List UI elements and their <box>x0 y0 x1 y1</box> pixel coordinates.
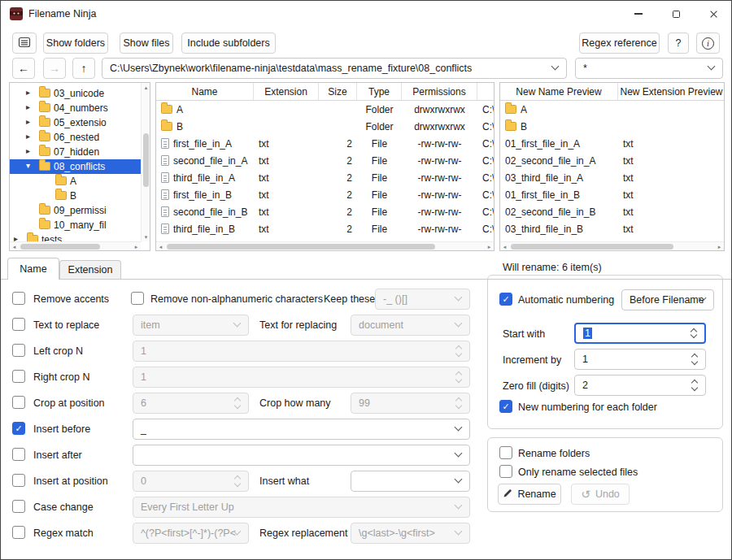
table-row[interactable]: first_file_in_B txt 2 File -rw-rw-rw- C:… <box>156 186 494 203</box>
per-folder-numbering-checkbox[interactable] <box>499 400 512 413</box>
collapsed-arrow-icon[interactable] <box>26 132 30 141</box>
table-row[interactable]: 03_third_file_in_B txt <box>500 220 724 237</box>
insert-after-checkbox[interactable] <box>12 448 25 461</box>
table-row[interactable]: second_file_in_B txt 2 File -rw-rw-rw- C… <box>156 203 494 220</box>
remove-non-alphanumeric-checkbox[interactable] <box>131 292 144 305</box>
rename-folders-checkbox[interactable] <box>499 446 512 459</box>
close-button[interactable] <box>695 1 732 27</box>
tree-item[interactable]: 05_extensio <box>10 115 150 130</box>
spin-down-icon[interactable] <box>234 480 241 487</box>
table-row[interactable]: A Folder drwxrwxrwx C:\ <box>156 101 494 118</box>
scrollbar-thumb[interactable] <box>167 244 435 250</box>
up-button[interactable] <box>72 58 95 79</box>
tree-horizontal-scrollbar[interactable] <box>10 241 141 250</box>
crop-at-position-spinbox[interactable]: 6 <box>133 393 249 414</box>
show-files-button[interactable]: Show files <box>120 33 173 54</box>
remove-accents-checkbox[interactable] <box>12 292 25 305</box>
preview-horizontal-scrollbar[interactable] <box>500 241 724 250</box>
collapsed-arrow-icon[interactable] <box>26 102 30 111</box>
increment-by-spinbox[interactable]: 1 <box>574 349 706 370</box>
keep-these-combobox[interactable]: -_ ()[] <box>375 289 470 310</box>
tree-vertical-scrollbar[interactable] <box>141 83 150 241</box>
table-row[interactable]: third_file_in_B txt 2 File -rw-rw-rw- C:… <box>156 220 494 237</box>
tree-item[interactable]: B <box>10 189 150 203</box>
spin-down-icon[interactable] <box>691 358 698 365</box>
tab-extension[interactable]: Extension <box>59 260 121 279</box>
case-change-combobox[interactable]: Every First Letter Up <box>133 497 470 518</box>
tree-item[interactable]: 09_permissi <box>10 203 150 218</box>
maximize-button[interactable] <box>657 1 695 27</box>
tab-name[interactable]: Name <box>7 258 59 280</box>
left-crop-checkbox[interactable] <box>12 344 25 357</box>
regex-match-combobox[interactable]: ^(?P<first>[^-]*)-(?P< <box>133 523 249 544</box>
text-to-replace-checkbox[interactable] <box>12 318 25 331</box>
spin-down-icon[interactable] <box>691 384 698 391</box>
menu-button[interactable] <box>12 33 37 54</box>
spin-down-icon[interactable] <box>234 402 241 409</box>
collapsed-arrow-icon[interactable] <box>26 88 30 97</box>
spin-down-icon[interactable] <box>455 376 462 383</box>
filter-combobox[interactable]: * <box>575 58 723 79</box>
rename-button[interactable]: Rename <box>498 484 561 505</box>
table-row[interactable]: 03_third_file_in_A txt <box>500 169 724 186</box>
show-folders-button[interactable]: Show folders <box>43 33 108 54</box>
column-header-extension[interactable]: Extension <box>254 83 319 100</box>
numbering-position-combobox[interactable]: Before Filename <box>621 289 714 310</box>
scroll-left-icon[interactable] <box>10 242 19 251</box>
table-row[interactable]: A <box>500 101 724 118</box>
tree-item[interactable]: 07_hidden <box>10 145 150 159</box>
text-to-replace-combobox[interactable]: item <box>133 315 249 336</box>
text-for-replacing-combobox[interactable]: document <box>351 315 470 336</box>
table-row[interactable]: 02_second_file_in_A txt <box>500 152 724 169</box>
chevron-down-icon[interactable] <box>455 475 463 484</box>
scrollbar-thumb[interactable] <box>511 244 673 250</box>
table-row[interactable]: first_file_in_A txt 2 File -rw-rw-rw- C:… <box>156 135 494 152</box>
scroll-up-icon[interactable] <box>142 83 150 92</box>
column-header-new-extension[interactable]: New Extension Preview <box>618 83 725 100</box>
regex-match-checkbox[interactable] <box>12 526 25 539</box>
right-crop-spinbox[interactable]: 1 <box>133 367 470 388</box>
include-subfolders-button[interactable]: Include subfolders <box>181 33 276 54</box>
insert-at-position-spinbox[interactable]: 0 <box>133 471 249 492</box>
column-header-new-name[interactable]: New Name Preview <box>500 83 618 100</box>
scrollbar-thumb[interactable] <box>20 244 100 250</box>
table-row[interactable]: 01_first_file_in_A txt <box>500 135 724 152</box>
table-row[interactable]: third_file_in_A txt 2 File -rw-rw-rw- C:… <box>156 169 494 186</box>
expanded-arrow-icon[interactable] <box>26 161 30 170</box>
file-table-horizontal-scrollbar[interactable] <box>156 241 494 250</box>
tree-item[interactable]: A <box>10 174 150 189</box>
help-button[interactable]: ? <box>668 33 689 54</box>
column-header-type[interactable]: Type <box>357 83 402 100</box>
regex-reference-button[interactable]: Regex reference <box>579 33 660 54</box>
spin-down-icon[interactable] <box>455 402 462 409</box>
table-row[interactable]: second_file_in_A txt 2 File -rw-rw-rw- C… <box>156 152 494 169</box>
left-crop-spinbox[interactable]: 1 <box>133 341 470 362</box>
table-row[interactable]: B <box>500 118 724 135</box>
zero-fill-spinbox[interactable]: 2 <box>574 375 706 396</box>
about-button[interactable] <box>696 33 720 54</box>
insert-at-position-checkbox[interactable] <box>12 474 25 487</box>
automatic-numbering-checkbox[interactable] <box>499 293 512 306</box>
insert-after-combobox[interactable] <box>133 445 470 466</box>
chevron-down-icon[interactable] <box>708 63 716 71</box>
column-header-path[interactable] <box>477 83 495 100</box>
start-with-spinbox[interactable]: 1 <box>574 323 706 344</box>
regex-replacement-combobox[interactable]: \g<last>-\g<first> <box>351 523 470 544</box>
crop-how-many-spinbox[interactable]: 99 <box>351 393 470 414</box>
scroll-left-icon[interactable] <box>500 242 509 251</box>
scroll-down-icon[interactable] <box>142 232 150 241</box>
table-row[interactable]: 02_second_file_in_B txt <box>500 203 724 220</box>
scrollbar-thumb[interactable] <box>143 133 149 187</box>
collapsed-arrow-icon[interactable] <box>26 146 30 155</box>
chevron-down-icon[interactable] <box>551 63 560 71</box>
tree-item[interactable]: 06_nested <box>10 130 150 145</box>
forward-button[interactable] <box>43 58 66 79</box>
table-row[interactable]: 01_first_file_in_B txt <box>500 186 724 203</box>
column-header-permissions[interactable]: Permissions <box>402 83 477 100</box>
minimize-button[interactable] <box>620 1 657 27</box>
chevron-down-icon[interactable] <box>455 423 463 432</box>
undo-button[interactable]: ↺ Undo <box>571 484 630 505</box>
table-row[interactable]: B Folder drwxrwxrwx C:\ <box>156 118 494 135</box>
chevron-down-icon[interactable] <box>455 449 463 458</box>
address-combobox[interactable]: C:\Users\Zbynek\work\filename-ninja\test… <box>102 58 567 79</box>
